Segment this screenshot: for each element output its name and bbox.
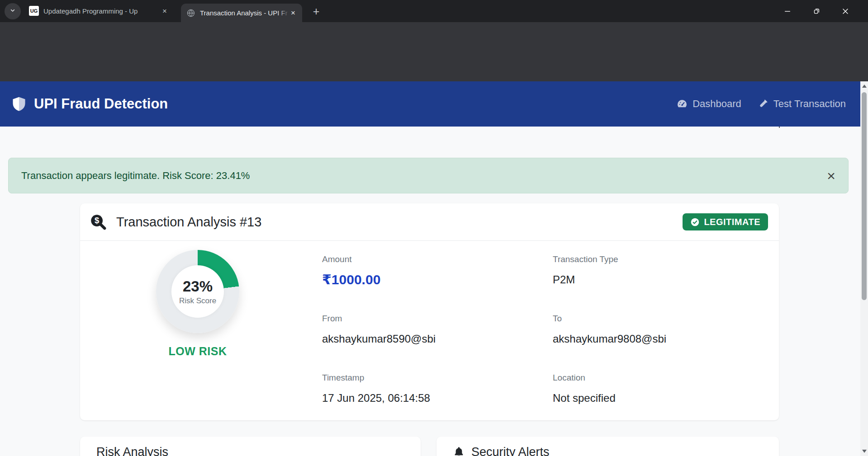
scrollbar-thumb[interactable]	[862, 92, 867, 300]
alert-message: Transaction appears legitimate. Risk Sco…	[21, 170, 250, 182]
brand-link[interactable]: UPI Fraud Detection	[11, 96, 168, 112]
field-from: From akshaykumar8590@sbi	[322, 314, 553, 373]
field-value: P2M	[553, 273, 783, 286]
shield-icon	[11, 96, 27, 112]
tab-transaction-analysis[interactable]: Transaction Analysis - UPI Fraud ×	[181, 4, 302, 22]
page-scrollbar[interactable]	[860, 81, 868, 456]
transaction-details: Amount ₹1000.00 Transaction Type P2M Fro…	[322, 254, 783, 432]
nav-link-label: Test Transaction	[773, 98, 846, 110]
tab-updategadh[interactable]: UG Updategadh Programming - Up ×	[24, 0, 174, 22]
field-value: Not specified	[553, 392, 783, 404]
risk-donut-center: 23% Risk Score	[171, 265, 224, 318]
restore-icon	[812, 7, 821, 16]
field-transaction-type: Transaction Type P2M	[553, 254, 783, 314]
tab-strip: UG Updategadh Programming - Up × Transac…	[0, 0, 868, 22]
scroll-down-button[interactable]	[860, 447, 868, 455]
close-icon	[841, 7, 850, 16]
app-navbar: UPI Fraud Detection Dashboard Test Trans…	[0, 81, 868, 127]
new-tab-button[interactable]: +	[309, 5, 323, 18]
field-timestamp: Timestamp 17 Jun 2025, 06:14:58	[322, 373, 553, 432]
field-label: Transaction Type	[553, 254, 783, 264]
dashboard-gauge-icon	[677, 99, 688, 109]
browser-window: UG Updategadh Programming - Up × Transac…	[0, 0, 868, 456]
transaction-card-body: 23% Risk Score LOW RISK Amount ₹1000.00 …	[80, 241, 779, 420]
window-controls	[773, 0, 860, 22]
risk-donut: 23% Risk Score	[156, 250, 239, 333]
status-badge: LEGITIMATE	[683, 213, 768, 230]
field-value: 17 Jun 2025, 06:14:58	[322, 392, 553, 404]
minimize-button[interactable]	[773, 0, 802, 22]
close-window-button[interactable]	[831, 0, 860, 22]
transaction-card-header: $ Transaction Analysis #13 LEGITIMATE	[80, 203, 779, 241]
risk-gauge: 23% Risk Score LOW RISK	[156, 250, 239, 358]
section-title-label: Security Alerts	[471, 445, 550, 456]
scroll-down-icon	[862, 450, 867, 453]
risk-percent: 23%	[183, 278, 213, 295]
scroll-up-button[interactable]	[860, 82, 868, 90]
field-value: ₹1000.00	[322, 272, 553, 287]
field-location: Location Not specified	[553, 373, 783, 432]
field-label: Amount	[322, 254, 553, 264]
tab-title: Updategadh Programming - Up	[43, 7, 159, 15]
minimize-icon	[783, 7, 792, 16]
security-alerts-card: Security Alerts	[436, 437, 779, 456]
nav-link-dashboard[interactable]: Dashboard	[677, 98, 741, 110]
svg-text:$: $	[95, 216, 100, 225]
alert-close-icon[interactable]: ×	[827, 169, 835, 183]
field-to: To akshaykumar9808@sbi	[553, 314, 783, 373]
browser-toolbar: 127.0.0.1:5000/transaction/13 Incognito …	[0, 22, 868, 54]
nav-links: Dashboard Test Transaction	[677, 98, 846, 110]
field-label: Location	[553, 373, 783, 383]
risk-analysis-title: Risk Analysis	[96, 445, 404, 456]
bell-icon	[453, 446, 465, 456]
risk-caption: Risk Score	[179, 296, 216, 306]
ug-favicon-icon: UG	[29, 6, 39, 16]
nav-link-test-transaction[interactable]: Test Transaction	[758, 98, 846, 110]
vial-icon	[758, 99, 768, 109]
security-alerts-title: Security Alerts	[453, 445, 763, 456]
tab-search-button[interactable]	[5, 3, 21, 19]
check-circle-icon	[690, 217, 700, 227]
field-label: To	[553, 314, 783, 324]
risk-analysis-card: Risk Analysis	[80, 437, 421, 456]
transaction-card: $ Transaction Analysis #13 LEGITIMATE 23…	[80, 203, 779, 420]
globe-favicon-icon	[186, 9, 195, 18]
close-tab-icon[interactable]: ×	[288, 8, 299, 19]
status-badge-label: LEGITIMATE	[704, 217, 760, 227]
search-dollar-icon: $	[89, 213, 107, 231]
nav-link-label: Dashboard	[693, 98, 741, 110]
scroll-up-icon	[862, 85, 867, 88]
success-alert: Transaction appears legitimate. Risk Sco…	[8, 158, 849, 193]
transaction-title: Transaction Analysis #13	[116, 215, 261, 230]
field-value: akshaykumar8590@sbi	[322, 333, 553, 345]
chevron-down-icon	[9, 7, 16, 16]
close-tab-icon[interactable]: ×	[159, 5, 170, 16]
brand-title: UPI Fraud Detection	[34, 96, 168, 112]
risk-level-label: LOW RISK	[169, 345, 227, 358]
tab-title: Transaction Analysis - UPI Fraud	[200, 9, 288, 17]
bookmarks-bar: All Bookmarks	[0, 54, 868, 81]
restore-button[interactable]	[802, 0, 831, 22]
field-label: Timestamp	[322, 373, 553, 383]
section-title-label: Risk Analysis	[96, 445, 168, 456]
field-label: From	[322, 314, 553, 324]
field-amount: Amount ₹1000.00	[322, 254, 553, 314]
field-value: akshaykumar9808@sbi	[553, 333, 783, 345]
